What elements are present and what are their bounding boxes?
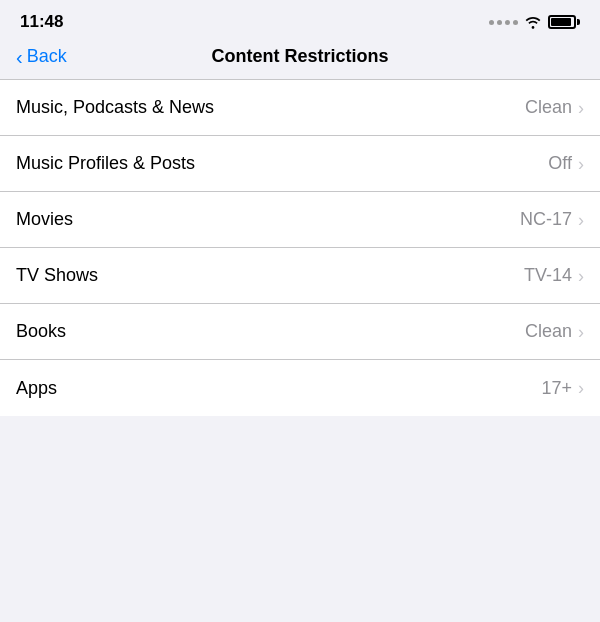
signal-dots-icon <box>489 20 518 25</box>
chevron-right-icon: › <box>578 99 584 117</box>
nav-bar: ‹ Back Content Restrictions <box>0 40 600 79</box>
row-value: Clean <box>525 321 572 342</box>
settings-row[interactable]: Music, Podcasts & NewsClean› <box>0 80 600 136</box>
row-right: Clean› <box>525 97 584 118</box>
row-right: Off› <box>548 153 584 174</box>
row-right: Clean› <box>525 321 584 342</box>
row-right: NC-17› <box>520 209 584 230</box>
row-label: Movies <box>16 209 73 230</box>
settings-row[interactable]: Apps17+› <box>0 360 600 416</box>
back-label: Back <box>27 46 67 67</box>
back-chevron-icon: ‹ <box>16 47 23 67</box>
status-icons <box>489 15 580 29</box>
chevron-right-icon: › <box>578 155 584 173</box>
settings-row[interactable]: TV ShowsTV-14› <box>0 248 600 304</box>
bottom-bar <box>0 416 600 456</box>
settings-row[interactable]: BooksClean› <box>0 304 600 360</box>
row-right: TV-14› <box>524 265 584 286</box>
row-value: 17+ <box>541 378 572 399</box>
wifi-icon <box>524 15 542 29</box>
chevron-right-icon: › <box>578 379 584 397</box>
settings-row[interactable]: Music Profiles & PostsOff› <box>0 136 600 192</box>
row-value: Clean <box>525 97 572 118</box>
status-bar: 11:48 <box>0 0 600 40</box>
row-value: TV-14 <box>524 265 572 286</box>
settings-group: Music, Podcasts & NewsClean›Music Profil… <box>0 79 600 416</box>
page-title: Content Restrictions <box>211 46 388 67</box>
back-button[interactable]: ‹ Back <box>16 46 67 67</box>
row-right: 17+› <box>541 378 584 399</box>
status-time: 11:48 <box>20 12 63 32</box>
row-value: Off <box>548 153 572 174</box>
row-label: Books <box>16 321 66 342</box>
row-label: TV Shows <box>16 265 98 286</box>
chevron-right-icon: › <box>578 323 584 341</box>
battery-icon <box>548 15 580 29</box>
chevron-right-icon: › <box>578 211 584 229</box>
row-label: Apps <box>16 378 57 399</box>
row-label: Music Profiles & Posts <box>16 153 195 174</box>
chevron-right-icon: › <box>578 267 584 285</box>
settings-row[interactable]: MoviesNC-17› <box>0 192 600 248</box>
row-label: Music, Podcasts & News <box>16 97 214 118</box>
row-value: NC-17 <box>520 209 572 230</box>
